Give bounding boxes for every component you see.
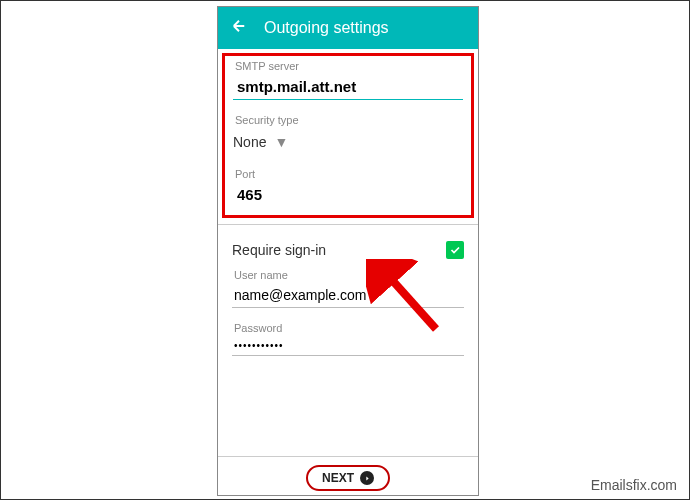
footer-bar: NEXT bbox=[218, 456, 478, 491]
security-field-group: Security type None ▼ bbox=[233, 114, 463, 154]
back-arrow-icon[interactable] bbox=[230, 17, 248, 39]
dropdown-arrow-icon: ▼ bbox=[274, 134, 288, 150]
port-input[interactable]: 465 bbox=[233, 184, 463, 207]
phone-screen: Outgoing settings SMTP server smtp.mail.… bbox=[217, 6, 479, 496]
password-label: Password bbox=[232, 322, 464, 334]
header-bar: Outgoing settings bbox=[218, 7, 478, 49]
next-button[interactable]: NEXT bbox=[306, 465, 390, 491]
signin-row: Require sign-in bbox=[218, 231, 478, 269]
signin-label: Require sign-in bbox=[232, 242, 326, 258]
security-dropdown[interactable]: None ▼ bbox=[233, 130, 463, 154]
next-button-label: NEXT bbox=[322, 471, 354, 485]
smtp-input[interactable]: smtp.mail.att.net bbox=[233, 76, 463, 100]
password-input[interactable]: ••••••••••• bbox=[232, 338, 464, 356]
signin-checkbox[interactable] bbox=[446, 241, 464, 259]
content-area: SMTP server smtp.mail.att.net Security t… bbox=[218, 53, 478, 356]
password-field-group: Password ••••••••••• bbox=[232, 322, 464, 356]
smtp-label: SMTP server bbox=[233, 60, 463, 72]
smtp-field-group: SMTP server smtp.mail.att.net bbox=[233, 60, 463, 100]
next-arrow-icon bbox=[360, 471, 374, 485]
port-label: Port bbox=[233, 168, 463, 180]
divider bbox=[218, 224, 478, 225]
username-input[interactable]: name@example.com bbox=[232, 285, 464, 308]
lower-fields: User name name@example.com Password ••••… bbox=[218, 269, 478, 356]
username-label: User name bbox=[232, 269, 464, 281]
port-field-group: Port 465 bbox=[233, 168, 463, 207]
security-value: None bbox=[233, 134, 266, 150]
highlighted-section: SMTP server smtp.mail.att.net Security t… bbox=[222, 53, 474, 218]
watermark: Emailsfix.com bbox=[591, 477, 677, 493]
page-title: Outgoing settings bbox=[264, 19, 389, 37]
username-field-group: User name name@example.com bbox=[232, 269, 464, 308]
security-label: Security type bbox=[233, 114, 463, 126]
